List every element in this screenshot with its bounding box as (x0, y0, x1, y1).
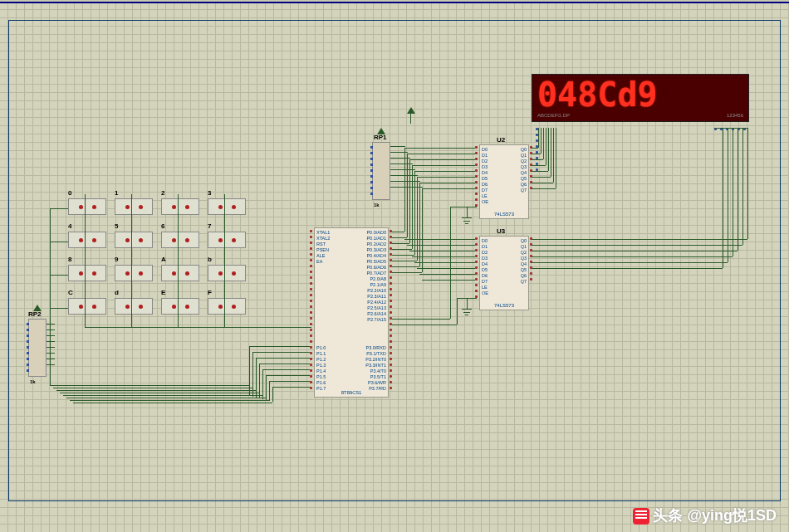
key-F[interactable] (208, 298, 246, 315)
mcu-left-pins-bot: P1.0P1.1P1.2P1.3P1.4P1.5P1.6P1.7 (316, 345, 326, 392)
digit-3: C (597, 78, 615, 111)
key-6[interactable] (161, 232, 199, 248)
key-label: 1 (115, 189, 118, 197)
key-label: d (115, 289, 119, 296)
key-label: C (68, 289, 73, 296)
watermark: 头条 @ying悦1SD (633, 505, 777, 525)
key-label: 9 (115, 256, 118, 263)
u2-ref: U2 (497, 136, 505, 144)
u3-right-pins: Q0Q1Q2Q3Q4Q5Q6Q7 (512, 238, 527, 285)
key-label: F (208, 289, 212, 296)
u3-left-pins: D0D1D2D3D4D5D6D7LEOE (482, 238, 488, 296)
key-label: 7 (208, 222, 211, 230)
segment-pin-label: ABCDEFG.DP (537, 113, 570, 118)
ground-icon (462, 217, 472, 226)
key-b[interactable] (208, 265, 246, 281)
power-icon (407, 107, 415, 114)
rp1-ref: RP1 (374, 134, 387, 141)
seven-segment-display[interactable]: 0 4 8 C d 9 ABCDEFG.DP 123456 (532, 74, 749, 122)
mcu-right-pins-top: P0.0/AD0P0.1/AD1P0.2/AD2P0.3/AD3P0.4/AD4… (357, 230, 386, 323)
digit-1: 4 (557, 78, 576, 111)
rp2-val: 1k (30, 379, 36, 384)
rp1-val: 1k (374, 203, 380, 207)
digit-5: 9 (637, 78, 655, 111)
mcu-left-pin-dots (310, 230, 313, 393)
key-label: A (161, 256, 166, 263)
key-label: 2 (161, 189, 164, 197)
key-7[interactable] (208, 232, 246, 248)
u3-part: 74LS573 (480, 303, 528, 308)
key-4[interactable] (68, 232, 106, 248)
mcu-right-pins-bot: P3.0/RXDP3.1/TXDP3.2/INT0P3.3/INT1P3.4/T… (357, 345, 386, 392)
digit-0: 0 (537, 78, 556, 111)
key-label: 8 (68, 256, 71, 263)
u2-part: 74LS573 (480, 212, 528, 217)
rp2-ref: RP2 (28, 310, 42, 318)
key-label: 5 (115, 222, 118, 230)
u2-left-pins: D0D1D2D3D4D5D6D7LEOE (482, 147, 488, 205)
u3-left-pin-dots (475, 237, 478, 301)
key-A[interactable] (161, 265, 199, 281)
digit-2: 8 (577, 78, 595, 111)
wire (410, 114, 411, 124)
digit-pin-label: 123456 (727, 113, 743, 118)
rp1-resistor-pack[interactable] (372, 142, 390, 200)
key-5[interactable] (115, 232, 153, 248)
key-0[interactable] (68, 198, 106, 215)
digit-4: d (617, 78, 635, 111)
key-label: 4 (68, 222, 71, 230)
key-8[interactable] (68, 265, 106, 281)
key-9[interactable] (115, 265, 153, 281)
u2-right-pins: Q0Q1Q2Q3Q4Q5Q6Q7 (512, 147, 527, 193)
key-label: 0 (68, 189, 71, 197)
rp1-power-icon (377, 128, 385, 134)
key-label: 6 (161, 222, 164, 230)
key-d[interactable] (115, 298, 153, 315)
key-C[interactable] (68, 298, 106, 315)
key-label: 3 (208, 189, 211, 197)
key-label: b (208, 256, 212, 263)
rp2-power-icon (33, 305, 42, 311)
key-1[interactable] (115, 198, 153, 215)
key-3[interactable] (208, 198, 246, 215)
key-label: E (161, 289, 165, 296)
watermark-logo-icon (633, 508, 649, 525)
u3-ref: U3 (497, 227, 505, 235)
mcu-left-pins-top: XTAL1XTAL2RSTPSENALEEA (316, 230, 330, 265)
digit-row: 0 4 8 C d 9 (537, 78, 743, 111)
key-2[interactable] (161, 198, 199, 215)
display-digit-pins (714, 128, 746, 134)
rp2-resistor-pack[interactable] (28, 319, 47, 377)
ground-icon (462, 309, 472, 317)
u2-left-pin-dots (475, 146, 478, 210)
key-E[interactable] (161, 298, 199, 315)
watermark-text: 头条 @ying悦1SD (653, 507, 777, 524)
schematic-canvas[interactable]: 0 4 8 C d 9 ABCDEFG.DP 123456 RP1 1k RP2… (0, 2, 789, 532)
